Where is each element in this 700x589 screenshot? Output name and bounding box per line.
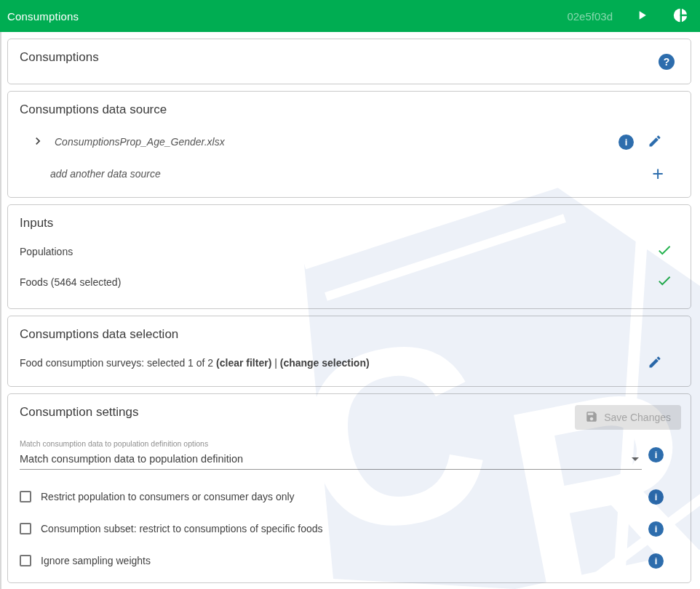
card-data-source: Consumptions data source ConsumptionsPro… bbox=[7, 91, 691, 198]
edit-selection-button[interactable] bbox=[648, 355, 662, 372]
data-source-filename: ConsumptionsProp_Age_Gender.xlsx bbox=[55, 136, 225, 148]
match-options-info-button[interactable]: i bbox=[648, 447, 664, 462]
play-icon bbox=[635, 8, 649, 25]
results-button[interactable] bbox=[672, 7, 688, 25]
app-title: Consumptions bbox=[7, 10, 79, 23]
checkbox-label: Consumption subset: restrict to consumpt… bbox=[41, 523, 323, 534]
add-data-source-row: add another data source + bbox=[20, 164, 679, 184]
input-label: Populations bbox=[20, 246, 73, 257]
data-source-row: ConsumptionsProp_Age_Gender.xlsx i bbox=[20, 132, 679, 152]
match-options-value: Match consumption data to population def… bbox=[20, 452, 243, 467]
info-icon: i bbox=[625, 137, 628, 147]
save-icon bbox=[585, 410, 598, 425]
run-id: 02e5f03d bbox=[567, 10, 613, 23]
restrict-population-info-button[interactable]: i bbox=[648, 489, 664, 505]
checkbox-row-restrict-population: Restrict population to consumers or cons… bbox=[20, 481, 679, 512]
input-row-foods[interactable]: Foods (5464 selected) bbox=[20, 272, 679, 292]
change-selection-link[interactable]: (change selection) bbox=[280, 357, 370, 369]
save-changes-button[interactable]: Save Changes bbox=[575, 405, 681, 430]
ignore-weights-checkbox[interactable] bbox=[20, 555, 31, 566]
expand-source-button[interactable] bbox=[31, 134, 45, 151]
dropdown-arrow-icon bbox=[632, 457, 639, 461]
consumption-subset-checkbox[interactable] bbox=[20, 523, 31, 534]
chevron-right-icon bbox=[31, 134, 45, 151]
selection-summary-row: Food consumption surveys: selected 1 of … bbox=[20, 353, 679, 373]
run-button[interactable] bbox=[635, 8, 649, 25]
card-data-selection: Consumptions data selection Food consump… bbox=[7, 316, 691, 387]
edit-source-button[interactable] bbox=[648, 134, 662, 151]
check-icon bbox=[656, 273, 672, 292]
add-data-source-button[interactable]: + bbox=[652, 167, 664, 181]
card-consumptions-overview: Consumptions ? bbox=[7, 39, 691, 84]
card-title-consumptions: Consumptions bbox=[20, 49, 679, 65]
info-icon: i bbox=[655, 492, 658, 502]
pencil-icon bbox=[648, 355, 662, 372]
add-data-source-label: add another data source bbox=[50, 168, 161, 180]
plus-icon: + bbox=[652, 167, 664, 181]
card-inputs: Inputs Populations Foods (5464 selected) bbox=[7, 204, 691, 309]
restrict-population-checkbox[interactable] bbox=[20, 491, 31, 502]
selection-separator: | bbox=[271, 357, 279, 369]
main-content: Consumptions ? Consumptions data source … bbox=[0, 32, 700, 583]
checkbox-row-consumption-subset: Consumption subset: restrict to consumpt… bbox=[20, 513, 679, 544]
ignore-weights-info-button[interactable]: i bbox=[648, 553, 664, 569]
checkbox-label: Ignore sampling weights bbox=[41, 555, 151, 566]
input-row-populations[interactable]: Populations bbox=[20, 241, 679, 262]
pie-chart-icon bbox=[672, 7, 688, 25]
clear-filter-link[interactable]: (clear filter) bbox=[216, 357, 271, 369]
question-mark-icon: ? bbox=[664, 57, 670, 67]
match-options-select[interactable]: Match consumption data to population def… bbox=[20, 452, 642, 470]
info-icon: i bbox=[655, 524, 658, 534]
input-label: Foods (5464 selected) bbox=[20, 276, 121, 288]
selection-summary: Food consumption surveys: selected 1 of … bbox=[20, 357, 370, 369]
info-icon: i bbox=[655, 556, 658, 566]
card-title-data-source: Consumptions data source bbox=[20, 102, 679, 118]
card-consumption-settings: Consumption settings Save Changes Match … bbox=[7, 393, 691, 583]
info-icon: i bbox=[655, 450, 658, 460]
help-button[interactable]: ? bbox=[659, 54, 675, 70]
checkbox-label: Restrict population to consumers or cons… bbox=[41, 491, 295, 502]
save-changes-label: Save Changes bbox=[604, 412, 671, 423]
app-header: Consumptions 02e5f03d bbox=[0, 0, 700, 32]
consumption-subset-info-button[interactable]: i bbox=[648, 521, 664, 537]
match-options-label: Match consumption data to population def… bbox=[20, 439, 679, 448]
checkbox-row-ignore-weights: Ignore sampling weights i bbox=[20, 545, 679, 576]
check-icon bbox=[656, 242, 672, 261]
selection-summary-prefix: Food consumption surveys: selected 1 of … bbox=[20, 357, 216, 369]
pencil-icon bbox=[648, 134, 662, 151]
card-title-inputs: Inputs bbox=[20, 215, 679, 231]
data-source-actions: i bbox=[619, 134, 662, 151]
card-title-data-selection: Consumptions data selection bbox=[20, 326, 679, 342]
source-info-button[interactable]: i bbox=[619, 135, 634, 150]
